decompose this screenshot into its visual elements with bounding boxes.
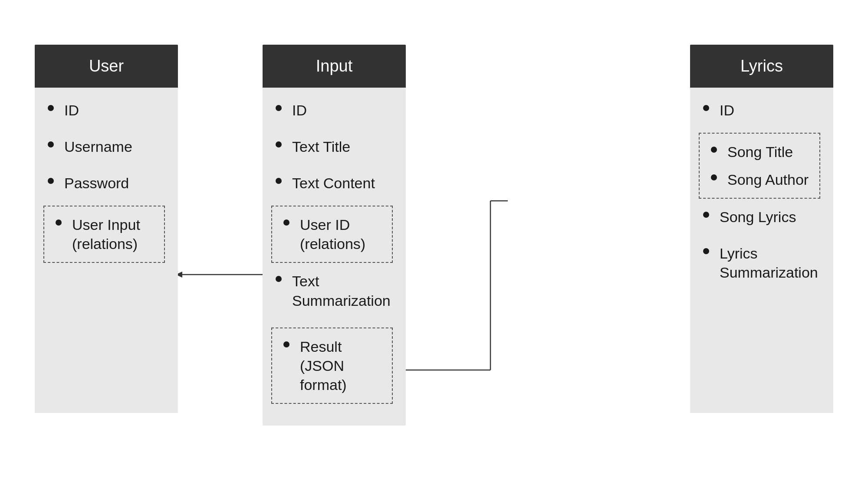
user-field-username: Username <box>43 137 165 156</box>
bullet-icon <box>276 141 282 147</box>
input-field-id: ID <box>271 101 393 120</box>
input-field-text-content: Text Content <box>271 174 393 193</box>
bullet-icon <box>276 178 282 184</box>
bullet-icon <box>283 219 289 226</box>
diagram-wrapper: User ID Username Password User Input(rel… <box>22 45 846 444</box>
bullet-icon <box>56 219 62 226</box>
lyrics-field-song-lyrics: Song Lyrics <box>699 207 820 226</box>
input-field-text-summ: TextSummarization <box>271 272 393 310</box>
input-entity-body: ID Text Title Text Content User ID(relat… <box>263 88 406 426</box>
user-entity-body: ID Username Password User Input(relation… <box>35 88 178 413</box>
lyrics-field-lyrics-summ: LyricsSummarization <box>699 244 820 282</box>
input-relation1-box: User ID(relations) <box>271 206 393 263</box>
user-entity: User ID Username Password User Input(rel… <box>35 45 178 413</box>
user-entity-header: User <box>35 45 178 88</box>
input-entity-header: Input <box>263 45 406 88</box>
bullet-icon <box>703 248 709 254</box>
bullet-icon <box>48 178 54 184</box>
bullet-icon <box>711 174 717 180</box>
lyrics-field-song-author: Song Author <box>707 170 812 189</box>
bullet-icon <box>276 105 282 111</box>
user-field-id: ID <box>43 101 165 120</box>
bullet-icon <box>276 276 282 282</box>
bullet-icon <box>703 105 709 111</box>
bullet-icon <box>711 147 717 153</box>
input-field-result: Result(JSON format) <box>279 337 385 395</box>
user-field-relation: User Input(relations) <box>51 215 157 253</box>
input-relation2-box: Result(JSON format) <box>271 328 393 404</box>
bullet-icon <box>283 341 289 347</box>
input-field-text-title: Text Title <box>271 137 393 156</box>
user-relation-box: User Input(relations) <box>43 206 165 263</box>
user-field-password: Password <box>43 174 165 193</box>
input-entity: Input ID Text Title Text Content User ID… <box>263 45 406 426</box>
bullet-icon <box>703 212 709 218</box>
lyrics-entity: Lyrics ID Song Title Song Author Song Ly… <box>690 45 833 413</box>
lyrics-field-song-title: Song Title <box>707 142 812 161</box>
lyrics-field-id: ID <box>699 101 820 120</box>
bullet-icon <box>48 141 54 147</box>
lyrics-entity-header: Lyrics <box>690 45 833 88</box>
lyrics-entity-body: ID Song Title Song Author Song Lyrics Ly… <box>690 88 833 413</box>
bullet-icon <box>48 105 54 111</box>
input-field-user-id: User ID(relations) <box>279 215 385 253</box>
lyrics-relation-box: Song Title Song Author <box>699 133 820 199</box>
